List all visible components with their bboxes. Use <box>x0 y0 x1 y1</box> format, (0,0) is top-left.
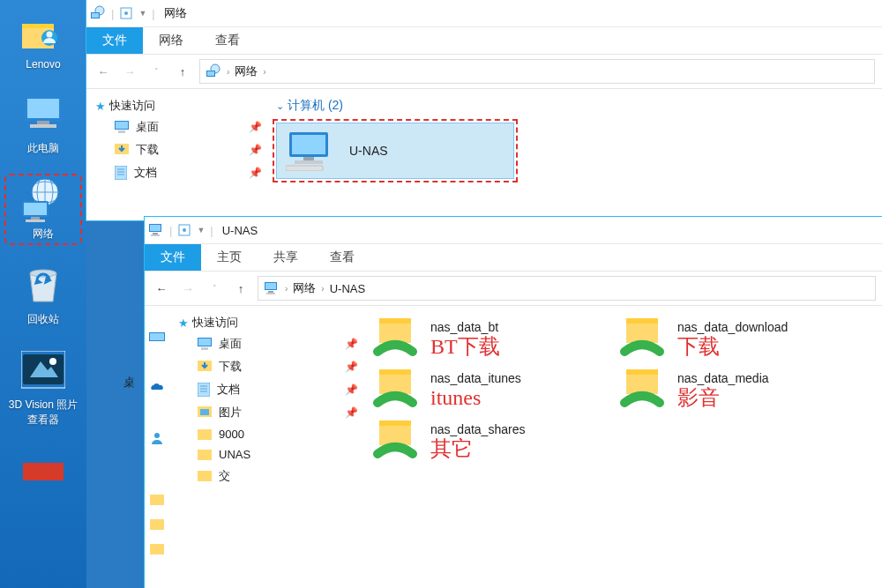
properties-icon[interactable] <box>177 223 191 237</box>
annotation: 下载 <box>677 336 788 357</box>
desktop-item-lenovo[interactable]: Lenovo <box>8 9 78 71</box>
tab-view[interactable]: 查看 <box>199 27 256 54</box>
tab-network[interactable]: 网络 <box>143 27 199 54</box>
sidebar-item-label: 文档 <box>134 165 157 181</box>
back-button[interactable]: ← <box>93 62 113 81</box>
crumb-unas[interactable]: U-NAS <box>330 282 365 295</box>
chevron-right-icon[interactable]: › <box>285 284 288 294</box>
recent-dd-icon[interactable]: ˅ <box>146 62 166 81</box>
back-button[interactable]: ← <box>152 279 171 298</box>
sidebar-item-label: 文档 <box>217 382 240 398</box>
tab-home[interactable]: 主页 <box>201 244 258 271</box>
sidebar-quickaccess[interactable]: ★ 快速访问 <box>178 313 363 332</box>
address-bar[interactable]: › 网络 › <box>199 59 875 84</box>
svg-rect-34 <box>292 135 325 154</box>
chevron-right-icon[interactable]: › <box>321 284 324 294</box>
sidebar-item-label: 桌面 <box>219 336 242 352</box>
svg-rect-68 <box>379 318 411 324</box>
svg-rect-41 <box>151 234 160 236</box>
sidebar-item-desktop[interactable]: 桌面 📌 <box>95 115 267 138</box>
qat-sep: | <box>111 7 114 20</box>
tab-file[interactable]: 文件 <box>86 27 143 54</box>
folder-icon <box>145 495 169 519</box>
svg-rect-52 <box>150 519 164 530</box>
svg-rect-37 <box>286 166 323 171</box>
user-icon <box>145 431 169 456</box>
nav-row: ← → ˅ ↑ › 网络 › U-NAS <box>145 272 882 306</box>
svg-point-50 <box>154 433 160 438</box>
desktop-item-this-pc[interactable]: 此电脑 <box>8 92 78 156</box>
share-item[interactable]: nas_data_download下载 <box>619 316 831 361</box>
svg-rect-51 <box>150 495 164 505</box>
address-bar[interactable]: › 网络 › U-NAS <box>258 276 876 301</box>
window-title: 网络 <box>164 5 187 21</box>
share-item[interactable]: nas_data_shares其它 <box>372 419 584 463</box>
forward-button[interactable]: → <box>120 62 139 81</box>
desktop-item-network[interactable]: 网络 <box>8 177 78 242</box>
share-item[interactable]: nas_data_itunesitunes <box>372 368 584 412</box>
computer-name: U-NAS <box>349 144 388 158</box>
share-name: nas_data_media <box>677 371 769 385</box>
content-area[interactable]: nas_data_btBT下载 nas_data_download下载 nas_… <box>363 306 882 588</box>
chevron-right-icon[interactable]: › <box>263 67 265 77</box>
share-name: nas_data_itunes <box>430 371 521 385</box>
content-area[interactable]: ⌄ 计算机 (2) U-NAS <box>267 89 882 223</box>
share-item[interactable]: nas_data_btBT下载 <box>372 316 584 361</box>
ribbon-tabs: 文件 主页 共享 查看 <box>145 244 882 272</box>
svg-rect-53 <box>150 544 164 555</box>
properties-icon[interactable] <box>119 6 133 20</box>
up-button[interactable]: ↑ <box>231 279 250 298</box>
svg-rect-3 <box>27 99 59 118</box>
computer-tile-unas[interactable]: U-NAS <box>276 123 514 179</box>
app-icon <box>20 449 66 495</box>
window-title: U-NAS <box>222 224 258 237</box>
pin-icon: 📌 <box>345 361 358 373</box>
sidebar-item-pictures[interactable]: 图片 📌 <box>178 401 363 424</box>
sidebar-item-documents[interactable]: 文档 📌 <box>95 161 267 184</box>
doc-icon <box>198 383 210 397</box>
sidebar-item-9000[interactable]: 9000 <box>178 424 363 444</box>
folder-icon <box>198 450 212 460</box>
desktop-item-3dvision[interactable]: 3D Vision 照片查看器 <box>8 348 78 428</box>
tab-view[interactable]: 查看 <box>314 244 370 271</box>
network-share-icon <box>372 316 420 361</box>
forward-button[interactable]: → <box>178 279 198 298</box>
svg-rect-65 <box>198 450 212 460</box>
folder-icon <box>198 429 212 440</box>
desktop-item-recycle[interactable]: 回收站 <box>8 263 78 327</box>
up-button[interactable]: ↑ <box>173 62 192 81</box>
qat-dd-icon[interactable]: ▼ <box>138 9 146 18</box>
chevron-right-icon[interactable]: › <box>227 67 229 77</box>
sidebar-item-documents[interactable]: 文档 📌 <box>178 378 363 401</box>
tab-share[interactable]: 共享 <box>258 244 314 271</box>
desktop-icon <box>115 121 129 133</box>
sidebar-item-downloads[interactable]: 下载 📌 <box>95 138 267 161</box>
group-header-computers[interactable]: ⌄ 计算机 (2) <box>276 98 873 114</box>
sidebar-item-downloads[interactable]: 下载 📌 <box>178 355 363 378</box>
share-item[interactable]: nas_data_media影音 <box>619 368 831 412</box>
desktop-item-truncated[interactable] <box>8 449 78 498</box>
pin-icon: 📌 <box>345 338 358 350</box>
svg-rect-19 <box>92 13 99 18</box>
sidebar-item-label: 交 <box>219 468 230 484</box>
crumb-network[interactable]: 网络 <box>235 63 258 79</box>
svg-rect-55 <box>198 339 211 346</box>
sidebar-item-desktop[interactable]: 桌面 📌 <box>178 332 363 355</box>
sidebar-quickaccess[interactable]: ★ 快速访问 <box>95 96 267 115</box>
titlebar[interactable]: | ▼ | U-NAS <box>145 217 882 244</box>
titlebar[interactable]: | ▼ | 网络 <box>86 0 882 27</box>
crumb-network[interactable]: 网络 <box>293 280 316 296</box>
svg-rect-76 <box>379 421 411 426</box>
recent-dd-icon[interactable]: ˅ <box>205 279 224 298</box>
svg-rect-74 <box>626 369 658 375</box>
sidebar-item-unas[interactable]: UNAS <box>178 444 363 465</box>
svg-point-14 <box>49 358 56 365</box>
svg-rect-56 <box>201 347 208 350</box>
recycle-bin-icon <box>20 263 66 309</box>
tab-file[interactable]: 文件 <box>145 244 201 271</box>
download-icon <box>198 361 212 373</box>
qat-dd-icon[interactable]: ▼ <box>197 226 205 234</box>
svg-rect-26 <box>116 122 128 129</box>
sidebar-item-jiao[interactable]: 交 <box>178 465 363 488</box>
desktop: Lenovo 此电脑 网络 回收站 3D Vision 照片查看器 <box>0 0 86 588</box>
